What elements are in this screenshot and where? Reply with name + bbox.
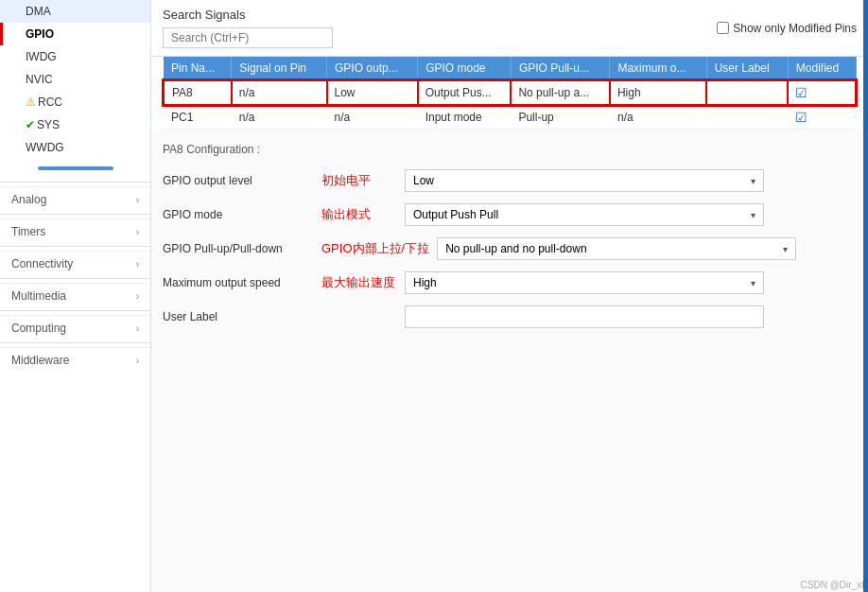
config-row-user-label: User Label (163, 305, 857, 328)
chevron-multimedia: › (136, 291, 139, 302)
multimedia-label: Multimedia (11, 289, 66, 303)
divider (0, 182, 150, 183)
search-input[interactable] (163, 27, 333, 48)
divider2 (0, 214, 150, 215)
cell-signal-pa8: n/a (232, 80, 327, 105)
cell-modified-pc1: ☑ (788, 105, 856, 130)
scroll-indicator (38, 166, 113, 170)
config-select-value-pull: No pull-up and no pull-down (445, 242, 586, 255)
config-label-user-label: User Label (163, 310, 314, 323)
main-wrapper: Search Signals Show only Modified Pins P… (151, 0, 868, 592)
config-row-pull: GPIO Pull-up/Pull-down GPIO内部上拉/下拉 No pu… (163, 237, 857, 260)
sidebar-item-gpio[interactable]: GPIO (0, 23, 150, 45)
col-max: Maximum o... (610, 57, 706, 80)
sidebar-item-rcc[interactable]: ⚠ RCC (0, 91, 150, 113)
config-row-mode: GPIO mode 输出模式 Output Push Pull ▾ (163, 203, 857, 226)
table-header-row: Pin Na... Signal on Pin GPIO outp... GPI… (164, 57, 856, 80)
cell-mode-pc1: Input mode (418, 105, 512, 130)
show-modified-label: Show only Modified Pins (733, 22, 857, 35)
config-select-pull[interactable]: No pull-up and no pull-down ▾ (437, 237, 796, 260)
cell-label-pc1 (706, 105, 788, 130)
config-title: PA8 Configuration : (163, 139, 857, 160)
timers-label: Timers (11, 225, 45, 238)
sidebar-item-nvic[interactable]: NVIC (0, 68, 150, 91)
cell-pull-pa8: No pull-up a... (511, 80, 610, 105)
sidebar-item-dma[interactable]: DMA (0, 0, 150, 23)
sidebar-item-middleware[interactable]: Middleware › (0, 347, 150, 371)
gpio-table: Pin Na... Signal on Pin GPIO outp... GPI… (163, 57, 857, 130)
show-modified-container: Show only Modified Pins (717, 22, 857, 35)
config-row-output-level: GPIO output level 初始电平 Low ▾ (163, 169, 857, 192)
divider4 (0, 278, 150, 279)
main-content: Search Signals Show only Modified Pins P… (151, 0, 868, 592)
sidebar-item-label-iwdg: IWDG (26, 50, 57, 63)
config-label-cn-max-speed: 最大输出速度 (321, 274, 397, 291)
dropdown-arrow-max-speed: ▾ (751, 278, 755, 288)
sidebar-item-connectivity[interactable]: Connectivity › (0, 251, 150, 274)
table-container: Pin Na... Signal on Pin GPIO outp... GPI… (151, 57, 868, 130)
table-row[interactable]: PA8 n/a Low Output Pus... No pull-up a..… (164, 80, 856, 105)
config-section: PA8 Configuration : GPIO output level 初始… (151, 130, 868, 592)
cell-modified-pa8: ☑ (788, 80, 856, 105)
divider6 (0, 342, 150, 343)
sidebar: DMA GPIO IWDG NVIC ⚠ RCC ✔ SYS WWDG Anal… (0, 0, 151, 592)
sidebar-item-analog[interactable]: Analog › (0, 186, 150, 210)
sidebar-item-label-gpio: GPIO (26, 27, 54, 41)
col-modified: Modified (788, 57, 856, 80)
cell-pin-pa8: PA8 (164, 80, 232, 105)
config-label-cn-pull: GPIO内部上拉/下拉 (321, 240, 429, 257)
chevron-computing: › (136, 323, 139, 334)
config-select-user-label[interactable] (405, 305, 764, 328)
cell-pull-pc1: Pull-up (511, 105, 610, 130)
sidebar-item-timers[interactable]: Timers › (0, 218, 150, 242)
config-select-value-mode: Output Push Pull (413, 208, 498, 221)
sidebar-item-wwdg[interactable]: WWDG (0, 136, 150, 159)
right-blue-bar (863, 0, 868, 592)
sidebar-item-iwdg[interactable]: IWDG (0, 45, 150, 68)
config-select-value-max-speed: High (413, 276, 437, 289)
col-pin-name: Pin Na... (164, 57, 232, 80)
cell-max-pa8: High (610, 80, 706, 105)
divider5 (0, 310, 150, 311)
config-label-cn-output-level: 初始电平 (321, 172, 397, 189)
dropdown-arrow-mode: ▾ (751, 210, 755, 220)
chevron-analog: › (136, 195, 139, 205)
chevron-timers: › (136, 227, 139, 237)
sidebar-item-label-sys: SYS (37, 118, 139, 131)
cell-output-pc1: n/a (327, 105, 418, 130)
col-signal: Signal on Pin (232, 57, 327, 80)
dropdown-arrow-output-level: ▾ (751, 176, 755, 186)
config-select-mode[interactable]: Output Push Pull ▾ (405, 203, 764, 226)
cell-mode-pa8: Output Pus... (418, 80, 512, 105)
sidebar-item-computing[interactable]: Computing › (0, 315, 150, 339)
sidebar-item-label-rcc: RCC (38, 96, 139, 109)
show-modified-checkbox[interactable] (717, 22, 729, 34)
col-label: User Label (706, 57, 788, 80)
config-label-max-speed: Maximum output speed (163, 276, 314, 289)
cell-label-pa8 (706, 80, 788, 105)
dropdown-arrow-pull: ▾ (783, 244, 788, 254)
table-row[interactable]: PC1 n/a n/a Input mode Pull-up n/a ☑ (164, 105, 856, 130)
col-pull: GPIO Pull-u... (511, 57, 610, 80)
config-label-mode: GPIO mode (163, 208, 314, 221)
cell-signal-pc1: n/a (232, 105, 327, 130)
search-signals-title: Search Signals (163, 8, 333, 22)
col-output: GPIO outp... (327, 57, 418, 80)
computing-label: Computing (11, 322, 66, 335)
divider3 (0, 246, 150, 247)
config-label-pull: GPIO Pull-up/Pull-down (163, 242, 314, 255)
config-label-output-level: GPIO output level (163, 174, 314, 187)
modified-check-pa8: ☑ (795, 85, 807, 100)
watermark: CSDN @Dir_xt (801, 580, 864, 590)
sidebar-item-sys[interactable]: ✔ SYS (0, 113, 150, 136)
topbar: Search Signals Show only Modified Pins (151, 0, 868, 57)
config-select-output-level[interactable]: Low ▾ (405, 169, 764, 192)
check-icon-sys: ✔ (26, 118, 35, 131)
config-row-max-speed: Maximum output speed 最大输出速度 High ▾ (163, 271, 857, 294)
cell-pin-pc1: PC1 (164, 105, 232, 130)
config-select-value-output-level: Low (413, 174, 434, 187)
sidebar-item-label-dma: DMA (26, 5, 51, 18)
sidebar-item-multimedia[interactable]: Multimedia › (0, 283, 150, 306)
connectivity-label: Connectivity (11, 257, 73, 270)
config-select-max-speed[interactable]: High ▾ (405, 271, 764, 294)
